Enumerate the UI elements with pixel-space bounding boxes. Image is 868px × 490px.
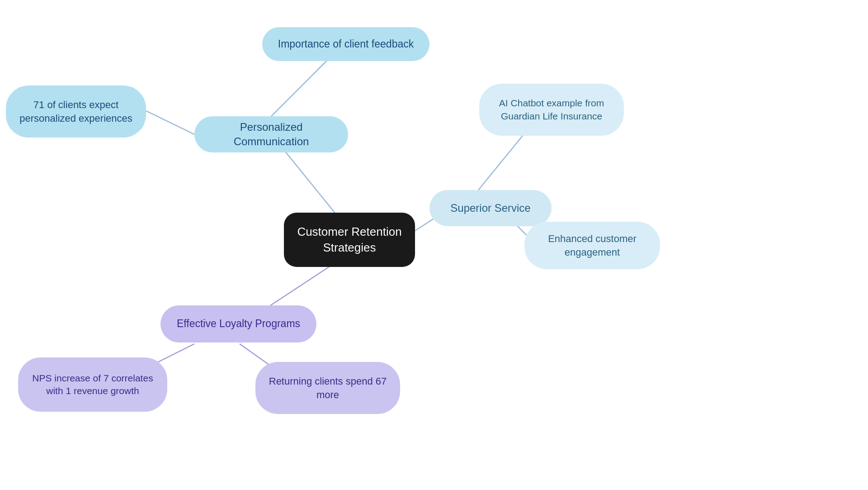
center-label: Customer Retention Strategies [297,224,402,256]
personalized-communication-label: Personalized Communication [207,120,335,149]
superior-service-label: Superior Service [450,201,530,215]
superior-service-node: Superior Service [429,190,552,226]
nps-increase-node: NPS increase of 7 correlates with 1 reve… [18,357,167,412]
enhanced-engagement-label: Enhanced customer engagement [537,232,647,259]
returning-clients-node: Returning clients spend 67 more [255,362,400,414]
client-feedback-label: Importance of client feedback [278,37,414,51]
connection-lines [0,0,868,490]
mind-map: Customer Retention Strategies Personaliz… [0,0,868,490]
client-feedback-node: Importance of client feedback [262,27,429,61]
ai-chatbot-node: AI Chatbot example from Guardian Life In… [479,84,624,136]
loyalty-programs-node: Effective Loyalty Programs [160,305,316,343]
personalized-communication-node: Personalized Communication [194,116,348,152]
enhanced-engagement-node: Enhanced customer engagement [524,222,660,269]
clients-expect-label: 71 of clients expect personalized experi… [19,98,133,125]
center-node: Customer Retention Strategies [284,213,415,267]
nps-increase-label: NPS increase of 7 correlates with 1 reve… [31,372,155,398]
clients-expect-node: 71 of clients expect personalized experi… [6,86,146,138]
svg-line-4 [475,133,524,195]
ai-chatbot-label: AI Chatbot example from Guardian Life In… [492,97,611,123]
returning-clients-label: Returning clients spend 67 more [268,375,387,401]
loyalty-programs-label: Effective Loyalty Programs [177,317,300,331]
svg-line-2 [146,111,194,134]
